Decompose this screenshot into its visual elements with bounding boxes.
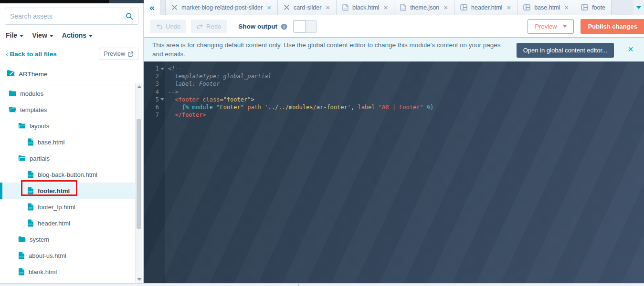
folder-icon (18, 236, 26, 243)
design-manager-app: File View Actions ‹Back to all files Pre… (0, 0, 644, 286)
tree-item-footer_lp.html[interactable]: </>footer_lp.html (0, 199, 135, 215)
tab-label: header.html (471, 4, 502, 11)
fold-spacer (159, 88, 166, 96)
code-file-icon: </> (27, 219, 34, 227)
fold-caret-icon[interactable] (159, 96, 166, 103)
line-number: 5 (144, 96, 159, 103)
code-line-2[interactable]: 2 templateType: global_partial (144, 72, 644, 80)
close-icon[interactable]: × (383, 4, 388, 11)
tree-item-label: footer_lp.html (38, 204, 75, 211)
line-number: 7 (144, 111, 159, 119)
fold-spacer (159, 103, 166, 111)
bottom-scrollbar-strip[interactable] (0, 283, 644, 286)
collapse-sidebar-button[interactable]: « (144, 0, 161, 15)
code-line-7[interactable]: 7 </footer> (144, 111, 644, 119)
code-line-4[interactable]: 4--> (144, 88, 644, 96)
line-number: 2 (144, 72, 159, 80)
tree-item-label: templates (20, 106, 47, 113)
tab-overflow-button[interactable] (633, 0, 644, 15)
tree-item-layouts[interactable]: layouts (0, 118, 135, 134)
close-icon[interactable]: × (564, 4, 569, 11)
code-file-icon: </> (27, 203, 34, 211)
banner-close-icon[interactable]: × (628, 44, 633, 54)
tab-bar: « market-blog-related-post-slider×card-s… (144, 0, 644, 15)
tree-item-header.html[interactable]: </>header.html (0, 215, 135, 231)
tree-item-system[interactable]: system (0, 231, 135, 247)
chevron-down-icon (563, 25, 567, 28)
preview-dropdown-button[interactable]: Preview (528, 19, 573, 34)
tab-foote[interactable]: foote (575, 0, 612, 15)
tree-item-label: footer.html (38, 187, 70, 194)
tab-theme.json[interactable]: </>theme.json× (394, 0, 454, 15)
tree-item-footer.html[interactable]: </>footer.html (0, 183, 135, 199)
tree-item-modules[interactable]: modules (0, 85, 135, 102)
svg-text:</>: </> (28, 142, 32, 144)
divider (298, 284, 299, 286)
tabs-container: market-blog-related-post-slider×card-sli… (165, 0, 644, 15)
code-file-icon: </> (27, 138, 34, 146)
tree-item-blank.html[interactable]: </>blank.html (0, 264, 135, 280)
back-to-all-files-link[interactable]: ‹Back to all files (6, 51, 57, 58)
tab-header.html[interactable]: header.html× (454, 0, 517, 15)
close-icon[interactable]: × (266, 4, 272, 11)
menu-file[interactable]: File (6, 31, 23, 39)
tree-item-label: partials (30, 155, 50, 162)
code-line-6[interactable]: 6 {% module "Footer" path='../../modules… (144, 103, 644, 111)
tab-card-slider[interactable]: card-slider× (277, 0, 337, 15)
tree-item-partials[interactable]: partials (0, 150, 135, 166)
folder-open-icon (18, 123, 26, 129)
undo-button[interactable]: Undo (150, 20, 186, 33)
fold-caret-icon[interactable] (159, 65, 166, 72)
svg-text:</>: </> (19, 255, 23, 258)
show-output-toggle[interactable] (293, 20, 317, 33)
search-icon[interactable] (126, 12, 133, 20)
info-icon[interactable] (281, 23, 287, 30)
close-icon[interactable]: × (325, 4, 330, 11)
tab-base.html[interactable]: base.html× (517, 0, 575, 15)
code-line-text: <!-- (166, 65, 182, 72)
scroll-up-icon[interactable] (137, 85, 142, 88)
code-line-5[interactable]: 5 <footer class="footer"> (144, 96, 644, 103)
sidebar-scrollbar[interactable] (135, 83, 142, 283)
code-line-1[interactable]: 1<!-- (144, 65, 644, 72)
publish-changes-button[interactable]: Publish changes (581, 19, 644, 34)
tab-label: base.html (534, 4, 560, 11)
open-global-content-editor-button[interactable]: Open in global content editor... (517, 43, 614, 58)
code-line-3[interactable]: 3 label: Footer (144, 80, 644, 88)
tree-item-templates[interactable]: templates (0, 102, 135, 118)
close-icon[interactable]: × (506, 4, 511, 11)
close-icon[interactable]: × (443, 4, 448, 11)
tab-label: market-blog-related-post-slider (181, 4, 263, 11)
undo-icon (156, 24, 163, 29)
top-navy-strip (109, 0, 144, 3)
tree-item-base.html[interactable]: </>base.html (0, 134, 135, 150)
module-icon (171, 4, 178, 10)
line-number: 1 (144, 65, 159, 72)
svg-text:</>: </> (343, 8, 348, 10)
folder-open-icon (9, 106, 16, 113)
line-number: 4 (144, 88, 159, 96)
svg-text:</>: </> (401, 8, 405, 10)
svg-text:</>: </> (28, 190, 32, 193)
tab-black.html[interactable]: </>black.html× (336, 0, 394, 15)
code-line-text: templateType: global_partial (166, 72, 272, 80)
scrollbar-thumb[interactable] (137, 119, 141, 229)
code-editor[interactable]: 1<!--2 templateType: global_partial3 lab… (144, 61, 644, 283)
folder-icon (9, 90, 16, 97)
toolbar-right: Preview Publish changes (528, 16, 644, 37)
menu-actions[interactable]: Actions (62, 31, 93, 39)
search-input[interactable] (10, 12, 126, 20)
layout-icon (523, 4, 530, 10)
file-tree: modulestemplateslayouts</>base.htmlparti… (0, 85, 135, 280)
tree-item-blog-back-button.html[interactable]: </>blog-back-button.html (0, 166, 135, 183)
svg-text:</>: </> (28, 206, 32, 209)
menu-view[interactable]: View (32, 31, 53, 39)
sidebar-preview-button[interactable]: Preview (99, 48, 138, 60)
tab-market-blog-related-post-slider[interactable]: market-blog-related-post-slider× (165, 0, 278, 15)
line-number: 3 (144, 80, 159, 88)
tree-item-about-us.html[interactable]: </>about-us.html (0, 247, 135, 264)
tree-item-label: system (30, 236, 49, 243)
scroll-down-icon[interactable] (137, 278, 142, 281)
redo-button[interactable]: Redo (191, 20, 227, 33)
theme-root-row[interactable]: ARTheme (7, 70, 48, 78)
